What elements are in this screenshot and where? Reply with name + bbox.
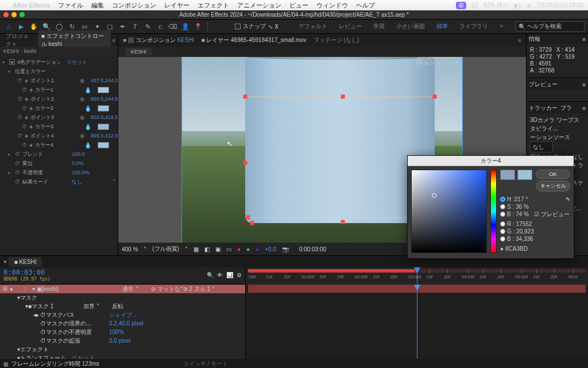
group-position-color[interactable]: 位置とカラー: [15, 68, 62, 75]
workspace-small[interactable]: 小さい画面: [390, 20, 431, 33]
mask-vertex[interactable]: [243, 160, 247, 164]
prop-ポイント4[interactable]: ⏱◈ポイント4⊕ 899.5,412.8: [0, 131, 118, 140]
layer-row[interactable]: ▾■マスク 1加算 ˅反転: [0, 302, 245, 310]
menu-file[interactable]: ファイル: [58, 1, 83, 10]
hex-value[interactable]: 8CA3BD: [505, 246, 528, 252]
snap-toggle[interactable]: スナップ∿ ⊼: [235, 22, 278, 30]
layer-row[interactable]: ▾トランスフォームリセット: [0, 354, 245, 359]
grid-icon[interactable]: ▦: [194, 246, 199, 252]
menu-animation[interactable]: アニメーション: [237, 1, 281, 10]
prop-カラー1[interactable]: ⏱◈カラー1💧: [0, 85, 118, 94]
timeline-tracks[interactable]: [246, 285, 588, 359]
prop-ポイント3[interactable]: ⏱◈ポイント3⊕ 502.0,419.5: [0, 113, 118, 122]
menu-composition[interactable]: コンポジション: [112, 1, 156, 10]
workspace-overflow[interactable]: »: [494, 20, 509, 33]
channel-icon[interactable]: ●: [237, 246, 241, 252]
tab-comp[interactable]: ■ ▦ コンポジション KESHI: [123, 36, 194, 44]
tab-layer[interactable]: ■ レイヤー 46985-459184317_small.mov: [201, 36, 306, 44]
menu-view[interactable]: ビュー: [289, 1, 308, 10]
effect-reset[interactable]: リセット: [67, 59, 87, 66]
prop-カラー3[interactable]: ⏱◈カラー3💧: [0, 122, 118, 131]
timecode-display[interactable]: 0:00:03:00: [299, 246, 326, 252]
motion-source-dropdown[interactable]: なし: [530, 141, 553, 152]
layer-row[interactable]: ⏱マスクの拡張0.0 pixel: [0, 336, 245, 345]
prop-ポイント1[interactable]: ⏱◈ポイント1⊕ 487.5,244.0: [0, 76, 118, 85]
mask-vertex[interactable]: [243, 94, 247, 98]
prop-jitter[interactable]: 変位: [22, 160, 69, 167]
keyboard-icon[interactable]: 🄰: [472, 2, 478, 9]
help-search[interactable]: 🔍 ヘルプを検索: [516, 21, 585, 32]
mask-vertex[interactable]: [341, 94, 345, 98]
tl-search-icon[interactable]: 🔍: [207, 272, 214, 278]
roto-tool[interactable]: 👤: [180, 21, 191, 32]
tab-preview[interactable]: プレビュー: [529, 80, 558, 89]
color-field[interactable]: [411, 170, 487, 253]
layer-row[interactable]: ▾エフェクト: [0, 345, 245, 354]
traffic-lights[interactable]: [3, 12, 25, 17]
radio-h[interactable]: [500, 197, 505, 202]
layer-row[interactable]: ◂▸⏱マスクパスシェイプ...: [0, 310, 245, 319]
tab-tracker[interactable]: トラッカー: [529, 104, 558, 112]
radio-r[interactable]: [500, 221, 505, 227]
mask-vertex[interactable]: [246, 215, 250, 219]
workspace-default[interactable]: デフォルト: [293, 20, 333, 33]
ok-button[interactable]: OK: [536, 170, 570, 179]
workspace-library[interactable]: ライブラリ: [454, 20, 494, 33]
time-ruler[interactable]: :00f10f20f01:00f10f20f02:00f10f20f03:00f…: [246, 267, 588, 285]
viewer-comp-name[interactable]: KESHI: [125, 48, 152, 56]
menu-layer[interactable]: レイヤー: [164, 1, 189, 10]
resolution-dropdown[interactable]: (フル画質): [152, 245, 179, 253]
brush-tool[interactable]: ✎: [142, 21, 153, 32]
type-tool[interactable]: T: [130, 21, 140, 32]
eraser-tool[interactable]: ⌫: [168, 21, 178, 32]
prop-opacity[interactable]: 不透明度: [22, 169, 69, 177]
zoom-dropdown[interactable]: 400 %: [122, 246, 138, 252]
layer-row[interactable]: ⏱マスクの境界の...0.2,40.0 pixel: [0, 319, 245, 328]
wifi-icon[interactable]: ⊚: [527, 2, 531, 9]
workspace-standard[interactable]: 標準: [431, 20, 454, 33]
mask-vertex[interactable]: [250, 221, 254, 225]
toggle-switches-icon[interactable]: ⊞: [3, 361, 8, 367]
puppet-tool[interactable]: 📍: [193, 21, 203, 32]
workspace-learn[interactable]: 学習: [368, 20, 390, 33]
tl-graph-icon[interactable]: 📊: [226, 272, 233, 278]
menu-edit[interactable]: 編集: [91, 1, 104, 10]
pen-tool[interactable]: ✒: [117, 21, 127, 32]
clock[interactable]: 7月28日(日) 10:08: [537, 1, 583, 9]
current-timecode[interactable]: 0:00:03:00: [3, 269, 51, 277]
mask-vertex[interactable]: [341, 220, 345, 224]
transparency-icon[interactable]: ▣: [215, 246, 220, 252]
panel-menu-icon[interactable]: ≡: [518, 37, 521, 44]
timeline-tab[interactable]: ■ KESHI: [9, 257, 42, 267]
app-name[interactable]: After Effects: [13, 2, 50, 9]
tab-info[interactable]: 情報: [529, 35, 540, 43]
menu-help[interactable]: ヘルプ: [356, 1, 375, 10]
battery-status[interactable]: 92% 残り: [483, 1, 508, 9]
menu-effect[interactable]: エフェクト: [198, 1, 229, 10]
exposure-value[interactable]: +0.0: [265, 246, 276, 252]
playhead[interactable]: [417, 267, 417, 285]
tl-switch-icon[interactable]: ⚙: [237, 272, 242, 278]
tab-footage[interactable]: フッテージ (なし): [314, 36, 359, 44]
region-icon[interactable]: ▭: [226, 246, 231, 252]
radio-b[interactable]: [500, 212, 505, 217]
prop-カラー2[interactable]: ⏱◈カラー2💧: [0, 103, 118, 113]
mask-vertex[interactable]: [433, 94, 437, 98]
layer-row[interactable]: ⏱マスクの不透明度100%: [0, 328, 245, 336]
prop-blend[interactable]: ブレンド: [22, 151, 69, 158]
tl-shy-icon[interactable]: 👁: [217, 272, 223, 278]
prop-カラー4[interactable]: ⏱◈カラー4💧: [0, 140, 118, 150]
btn-3d-camera[interactable]: 3Dカメラ: [530, 117, 555, 123]
menu-window[interactable]: ウィンドウ: [316, 1, 348, 10]
snapshot-icon[interactable]: 📷: [282, 246, 289, 252]
hue-slider[interactable]: [490, 170, 497, 253]
work-area-bar[interactable]: [248, 269, 415, 273]
tab-brushes[interactable]: ブラ: [560, 104, 572, 112]
radio-bv[interactable]: [500, 236, 505, 241]
prop-blendmode[interactable]: 結果モード: [22, 178, 69, 186]
panel-menu-icon[interactable]: ≡: [112, 37, 115, 44]
timeline-eye-icon[interactable]: ×: [3, 259, 7, 265]
layer-row[interactable]: ⦿ ●1▾ ▣[keshi]通常 ˅⊘ マットな˅⊘ 2 ヌル 1 ˅: [0, 285, 245, 293]
clone-tool[interactable]: ⎌: [155, 21, 165, 32]
effect-name[interactable]: 4色グラデーション: [17, 59, 64, 66]
